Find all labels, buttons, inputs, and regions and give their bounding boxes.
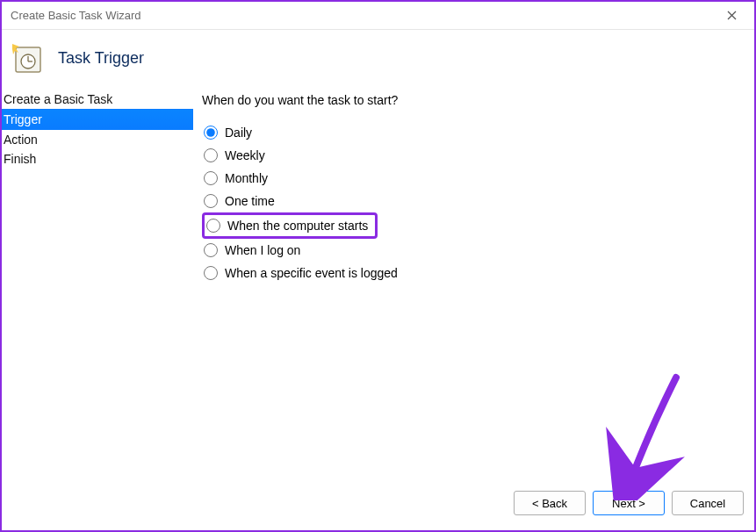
radio-specific-event[interactable]: When a specific event is logged xyxy=(202,262,737,284)
page-heading: Task Trigger xyxy=(58,49,144,68)
step-list: Create a Basic Task Trigger Action Finis… xyxy=(2,90,193,485)
radio-computer-starts[interactable]: When the computer starts xyxy=(202,212,378,239)
radio-weekly[interactable]: Weekly xyxy=(202,144,737,167)
next-button[interactable]: Next > xyxy=(593,491,665,515)
trigger-prompt: When do you want the task to start? xyxy=(202,93,737,107)
radio-monthly[interactable]: Monthly xyxy=(202,167,737,190)
cancel-button[interactable]: Cancel xyxy=(672,491,744,515)
wizard-body: Create a Basic Task Trigger Action Finis… xyxy=(2,90,754,485)
step-create-basic-task[interactable]: Create a Basic Task xyxy=(2,90,193,109)
titlebar: Create Basic Task Wizard xyxy=(2,2,754,30)
radio-one-time[interactable]: One time xyxy=(202,190,737,212)
radio-log-on-label: When I log on xyxy=(225,243,300,257)
radio-weekly-input[interactable] xyxy=(204,148,218,162)
radio-daily-input[interactable] xyxy=(204,126,218,140)
wizard-header: Task Trigger xyxy=(2,30,754,90)
radio-one-time-input[interactable] xyxy=(204,194,218,208)
radio-daily-label: Daily xyxy=(225,126,252,140)
step-trigger[interactable]: Trigger xyxy=(2,109,193,130)
step-finish[interactable]: Finish xyxy=(2,149,193,169)
back-button[interactable]: < Back xyxy=(514,491,586,515)
radio-weekly-label: Weekly xyxy=(225,148,265,162)
radio-specific-event-input[interactable] xyxy=(204,266,218,280)
radio-monthly-label: Monthly xyxy=(225,171,268,185)
content-panel: When do you want the task to start? Dail… xyxy=(193,90,754,485)
radio-one-time-label: One time xyxy=(225,194,275,208)
footer: < Back Next > Cancel xyxy=(2,485,754,530)
radio-computer-starts-label: When the computer starts xyxy=(227,219,368,233)
radio-monthly-input[interactable] xyxy=(204,171,218,185)
window-title: Create Basic Task Wizard xyxy=(11,9,714,22)
radio-log-on[interactable]: When I log on xyxy=(202,239,737,262)
radio-computer-starts-input[interactable] xyxy=(206,219,220,233)
wizard-icon xyxy=(11,42,42,74)
radio-specific-event-label: When a specific event is logged xyxy=(225,266,398,280)
close-button[interactable] xyxy=(714,4,749,28)
radio-log-on-input[interactable] xyxy=(204,243,218,257)
step-action[interactable]: Action xyxy=(2,130,193,149)
radio-daily[interactable]: Daily xyxy=(202,121,737,144)
close-icon xyxy=(727,11,737,20)
